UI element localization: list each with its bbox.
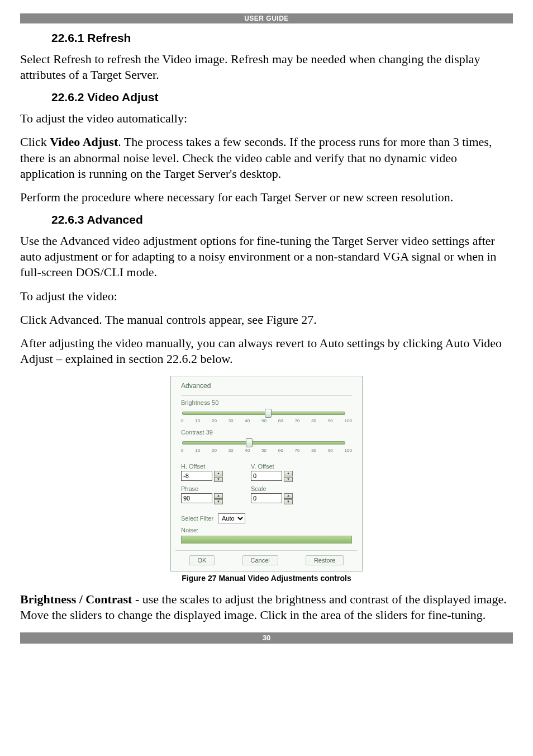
slider-thumb[interactable] <box>246 438 253 447</box>
tick: 100 <box>345 448 352 453</box>
para-advanced-2: To adjust the video: <box>20 289 513 304</box>
v-offset-input[interactable] <box>251 471 282 481</box>
slider-thumb[interactable] <box>265 409 272 418</box>
tick: 80 <box>311 448 316 453</box>
tick: 50 <box>261 448 266 453</box>
heading-22-6-1: 22.6.1 Refresh <box>51 31 513 45</box>
contrast-slider[interactable] <box>181 438 352 447</box>
contrast-ticks: 0 10 20 30 40 50 60 70 80 90 100 <box>181 448 352 459</box>
para-advanced-4: After adjusting the video manually, you … <box>20 336 513 367</box>
text-video-adjust-bold: Video Adjust <box>50 135 118 149</box>
tick: 40 <box>245 448 250 453</box>
cancel-button[interactable]: Cancel <box>242 555 278 565</box>
tick: 90 <box>328 448 333 453</box>
para-video-adjust-intro: To adjust the video automatically: <box>20 111 513 126</box>
h-offset-input[interactable] <box>181 471 212 481</box>
select-filter-dropdown[interactable]: Auto <box>218 513 245 523</box>
tick: 90 <box>328 418 333 423</box>
tick: 30 <box>229 418 234 423</box>
v-offset-label: V. Offset <box>251 463 293 470</box>
bc-lead: Brightness / Contrast - <box>20 592 139 606</box>
brightness-label: Brightness 50 <box>181 399 352 406</box>
heading-22-6-3: 22.6.3 Advanced <box>51 213 513 226</box>
contrast-label: Contrast 39 <box>181 429 352 436</box>
h-offset-label: H. Offset <box>181 463 223 470</box>
brightness-slider[interactable] <box>181 408 352 417</box>
ok-button[interactable]: OK <box>189 555 215 565</box>
para-advanced-3: Click Advanced. The manual controls appe… <box>20 312 513 328</box>
select-filter-label: Select Filter <box>181 515 213 522</box>
tick: 0 <box>181 418 183 423</box>
para-brightness-contrast: Brightness / Contrast - use the scales t… <box>20 592 513 623</box>
phase-label: Phase <box>181 485 223 492</box>
heading-22-6-2: 22.6.2 Video Adjust <box>51 91 513 104</box>
spin-up-icon[interactable]: ▲ <box>284 493 293 499</box>
noise-bar <box>181 536 352 544</box>
slider-track <box>182 412 345 415</box>
tick: 20 <box>212 418 217 423</box>
scale-label: Scale <box>251 485 293 492</box>
tick: 30 <box>229 448 234 453</box>
tick: 100 <box>345 418 352 423</box>
tick: 60 <box>278 448 283 453</box>
tick: 80 <box>311 418 316 423</box>
brightness-ticks: 0 10 20 30 40 50 60 70 80 90 100 <box>181 418 352 429</box>
para-video-adjust-steps: Click Video Adjust. The process takes a … <box>20 134 513 181</box>
header-bar: USER GUIDE <box>20 13 513 23</box>
advanced-dialog: Advanced Brightness 50 0 10 20 30 40 50 … <box>170 376 363 571</box>
tick: 40 <box>245 418 250 423</box>
spin-up-icon[interactable]: ▲ <box>284 471 293 476</box>
restore-button[interactable]: Restore <box>306 555 344 565</box>
footer-bar: 30 <box>20 632 513 644</box>
dialog-title: Advanced <box>181 382 352 390</box>
spin-down-icon[interactable]: ▼ <box>284 477 293 483</box>
para-video-adjust-note: Perform the procedure where necessary fo… <box>20 190 513 205</box>
figure-27: Advanced Brightness 50 0 10 20 30 40 50 … <box>170 376 363 571</box>
para-advanced-1: Use the Advanced video adjustment option… <box>20 233 513 280</box>
spin-down-icon[interactable]: ▼ <box>214 477 223 483</box>
tick: 10 <box>195 418 200 423</box>
para-refresh: Select Refresh to refresh the Video imag… <box>20 51 513 83</box>
spin-down-icon[interactable]: ▼ <box>214 499 223 505</box>
text-click: Click <box>20 135 50 149</box>
tick: 10 <box>195 448 200 453</box>
divider <box>181 395 352 396</box>
scale-input[interactable] <box>251 493 282 503</box>
figure-caption: Figure 27 Manual Video Adjustments contr… <box>20 574 513 583</box>
spin-up-icon[interactable]: ▲ <box>214 493 223 499</box>
tick: 60 <box>278 418 283 423</box>
tick: 50 <box>261 418 266 423</box>
spin-down-icon[interactable]: ▼ <box>284 499 293 505</box>
slider-track <box>182 441 345 445</box>
tick: 20 <box>212 448 217 453</box>
tick: 70 <box>294 448 299 453</box>
tick: 0 <box>181 448 183 453</box>
spin-up-icon[interactable]: ▲ <box>214 471 223 476</box>
noise-label: Noise: <box>181 527 352 533</box>
phase-input[interactable] <box>181 493 212 503</box>
tick: 70 <box>294 418 299 423</box>
